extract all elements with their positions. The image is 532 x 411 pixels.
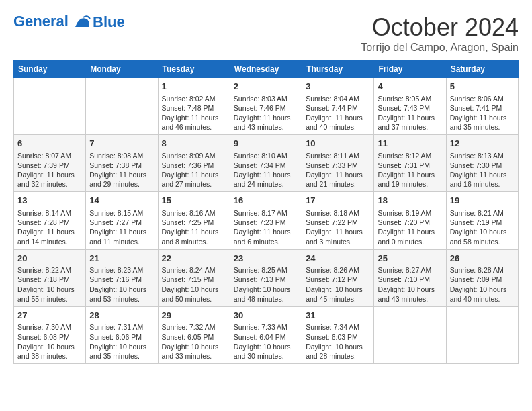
day-number: 15 (162, 195, 226, 207)
day-info: Sunrise: 8:10 AM Sunset: 7:34 PM Dayligh… (234, 151, 298, 189)
day-number: 18 (378, 195, 442, 207)
calendar-cell: 20Sunrise: 8:22 AM Sunset: 7:18 PM Dayli… (14, 249, 86, 306)
day-info: Sunrise: 8:07 AM Sunset: 7:39 PM Dayligh… (17, 151, 82, 189)
day-info: Sunrise: 8:03 AM Sunset: 7:46 PM Dayligh… (234, 94, 298, 132)
day-info: Sunrise: 8:11 AM Sunset: 7:33 PM Dayligh… (306, 151, 370, 189)
week-row-2: 13Sunrise: 8:14 AM Sunset: 7:28 PM Dayli… (14, 192, 519, 249)
day-info: Sunrise: 7:30 AM Sunset: 6:08 PM Dayligh… (17, 322, 82, 361)
day-number: 2 (234, 81, 298, 93)
day-number: 10 (306, 138, 370, 150)
day-info: Sunrise: 8:08 AM Sunset: 7:38 PM Dayligh… (89, 151, 154, 189)
day-number: 26 (450, 253, 515, 265)
calendar-cell: 26Sunrise: 8:28 AM Sunset: 7:09 PM Dayli… (446, 249, 518, 306)
calendar-body: 1Sunrise: 8:02 AM Sunset: 7:48 PM Daylig… (14, 78, 519, 364)
day-info: Sunrise: 8:24 AM Sunset: 7:15 PM Dayligh… (162, 265, 226, 304)
calendar-cell: 22Sunrise: 8:24 AM Sunset: 7:15 PM Dayli… (158, 249, 230, 306)
day-info: Sunrise: 7:32 AM Sunset: 6:05 PM Dayligh… (162, 322, 226, 361)
month-title: October 2024 (361, 13, 519, 42)
calendar-cell: 23Sunrise: 8:25 AM Sunset: 7:13 PM Dayli… (230, 249, 302, 306)
day-info: Sunrise: 8:18 AM Sunset: 7:22 PM Dayligh… (306, 208, 370, 246)
day-info: Sunrise: 8:05 AM Sunset: 7:43 PM Dayligh… (378, 94, 442, 132)
page-header: General Blue October 2024 Torrijo del Ca… (13, 13, 519, 54)
day-number: 22 (162, 253, 226, 265)
day-info: Sunrise: 8:14 AM Sunset: 7:28 PM Dayligh… (17, 208, 82, 246)
week-row-3: 20Sunrise: 8:22 AM Sunset: 7:18 PM Dayli… (14, 249, 519, 306)
day-info: Sunrise: 8:26 AM Sunset: 7:12 PM Dayligh… (306, 265, 370, 304)
day-info: Sunrise: 8:09 AM Sunset: 7:36 PM Dayligh… (162, 151, 226, 189)
day-info: Sunrise: 8:13 AM Sunset: 7:30 PM Dayligh… (450, 151, 515, 189)
day-number: 17 (306, 195, 370, 207)
logo-blue: Blue (93, 13, 125, 31)
calendar-cell: 24Sunrise: 8:26 AM Sunset: 7:12 PM Dayli… (302, 249, 374, 306)
day-info: Sunrise: 8:06 AM Sunset: 7:41 PM Dayligh… (450, 94, 515, 132)
day-info: Sunrise: 8:19 AM Sunset: 7:20 PM Dayligh… (378, 208, 442, 246)
calendar-cell: 8Sunrise: 8:09 AM Sunset: 7:36 PM Daylig… (158, 135, 230, 192)
logo-icon (74, 13, 91, 31)
day-info: Sunrise: 8:12 AM Sunset: 7:31 PM Dayligh… (378, 151, 442, 189)
day-number: 5 (450, 81, 515, 93)
day-number: 7 (89, 138, 154, 150)
calendar-cell: 17Sunrise: 8:18 AM Sunset: 7:22 PM Dayli… (302, 192, 374, 249)
calendar-cell: 15Sunrise: 8:16 AM Sunset: 7:25 PM Dayli… (158, 192, 230, 249)
day-info: Sunrise: 8:27 AM Sunset: 7:10 PM Dayligh… (378, 265, 442, 304)
week-row-4: 27Sunrise: 7:30 AM Sunset: 6:08 PM Dayli… (14, 306, 519, 363)
calendar-cell: 18Sunrise: 8:19 AM Sunset: 7:20 PM Dayli… (374, 192, 446, 249)
calendar-cell: 31Sunrise: 7:34 AM Sunset: 6:03 PM Dayli… (302, 306, 374, 363)
calendar-cell: 14Sunrise: 8:15 AM Sunset: 7:27 PM Dayli… (86, 192, 158, 249)
calendar-table: SundayMondayTuesdayWednesdayThursdayFrid… (13, 60, 519, 364)
day-number: 16 (234, 195, 298, 207)
header-saturday: Saturday (446, 61, 518, 78)
calendar-header-row: SundayMondayTuesdayWednesdayThursdayFrid… (14, 61, 519, 78)
calendar-cell: 30Sunrise: 7:33 AM Sunset: 6:04 PM Dayli… (230, 306, 302, 363)
header-friday: Friday (374, 61, 446, 78)
day-number: 25 (378, 253, 442, 265)
day-number: 8 (162, 138, 226, 150)
day-number: 31 (306, 310, 370, 322)
calendar-cell: 5Sunrise: 8:06 AM Sunset: 7:41 PM Daylig… (446, 78, 518, 135)
day-info: Sunrise: 8:16 AM Sunset: 7:25 PM Dayligh… (162, 208, 226, 246)
day-number: 13 (17, 195, 82, 207)
day-info: Sunrise: 7:31 AM Sunset: 6:06 PM Dayligh… (89, 322, 154, 361)
day-info: Sunrise: 8:28 AM Sunset: 7:09 PM Dayligh… (450, 265, 515, 304)
day-info: Sunrise: 7:33 AM Sunset: 6:04 PM Dayligh… (234, 322, 298, 361)
calendar-cell: 27Sunrise: 7:30 AM Sunset: 6:08 PM Dayli… (14, 306, 86, 363)
calendar-cell (14, 78, 86, 135)
day-number: 3 (306, 81, 370, 93)
day-info: Sunrise: 8:21 AM Sunset: 7:19 PM Dayligh… (450, 208, 515, 246)
day-number: 9 (234, 138, 298, 150)
day-info: Sunrise: 8:22 AM Sunset: 7:18 PM Dayligh… (17, 265, 82, 304)
calendar-cell: 11Sunrise: 8:12 AM Sunset: 7:31 PM Dayli… (374, 135, 446, 192)
day-info: Sunrise: 8:23 AM Sunset: 7:16 PM Dayligh… (89, 265, 154, 304)
header-tuesday: Tuesday (158, 61, 230, 78)
header-wednesday: Wednesday (230, 61, 302, 78)
logo: General Blue (13, 13, 125, 31)
day-number: 1 (162, 81, 226, 93)
day-number: 30 (234, 310, 298, 322)
calendar-cell: 7Sunrise: 8:08 AM Sunset: 7:38 PM Daylig… (86, 135, 158, 192)
day-number: 12 (450, 138, 515, 150)
calendar-cell (86, 78, 158, 135)
day-number: 4 (378, 81, 442, 93)
calendar-cell: 10Sunrise: 8:11 AM Sunset: 7:33 PM Dayli… (302, 135, 374, 192)
day-info: Sunrise: 8:17 AM Sunset: 7:23 PM Dayligh… (234, 208, 298, 246)
calendar-cell: 16Sunrise: 8:17 AM Sunset: 7:23 PM Dayli… (230, 192, 302, 249)
day-number: 28 (89, 310, 154, 322)
logo-general: General (13, 13, 69, 30)
calendar-cell: 13Sunrise: 8:14 AM Sunset: 7:28 PM Dayli… (14, 192, 86, 249)
calendar-cell: 1Sunrise: 8:02 AM Sunset: 7:48 PM Daylig… (158, 78, 230, 135)
title-block: October 2024 Torrijo del Campo, Aragon, … (361, 13, 519, 54)
calendar-cell: 28Sunrise: 7:31 AM Sunset: 6:06 PM Dayli… (86, 306, 158, 363)
day-number: 14 (89, 195, 154, 207)
day-number: 6 (17, 138, 82, 150)
week-row-0: 1Sunrise: 8:02 AM Sunset: 7:48 PM Daylig… (14, 78, 519, 135)
day-number: 29 (162, 310, 226, 322)
header-sunday: Sunday (14, 61, 86, 78)
day-number: 20 (17, 253, 82, 265)
day-info: Sunrise: 8:02 AM Sunset: 7:48 PM Dayligh… (162, 94, 226, 132)
day-number: 11 (378, 138, 442, 150)
calendar-cell: 2Sunrise: 8:03 AM Sunset: 7:46 PM Daylig… (230, 78, 302, 135)
day-number: 27 (17, 310, 82, 322)
day-number: 23 (234, 253, 298, 265)
calendar-cell (374, 306, 446, 363)
day-info: Sunrise: 8:25 AM Sunset: 7:13 PM Dayligh… (234, 265, 298, 304)
